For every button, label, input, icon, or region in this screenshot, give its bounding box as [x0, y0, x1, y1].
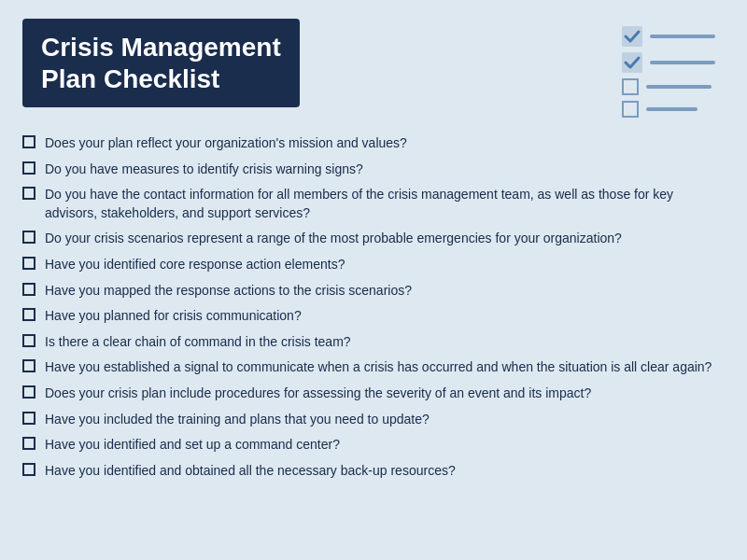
item-text-4: Do your crisis scenarios represent a ran… [45, 230, 725, 248]
item-text-2: Do you have measures to identify crisis … [45, 161, 725, 179]
checklist-item-2: Do you have measures to identify crisis … [22, 161, 725, 179]
title-box: Crisis Management Plan Checklist [22, 19, 300, 107]
checkbox-3[interactable] [22, 187, 35, 200]
item-text-5: Have you identified core response action… [45, 256, 725, 274]
icon-row-4 [622, 101, 715, 118]
icon-line-4 [646, 107, 698, 111]
item-text-6: Have you mapped the response actions to … [45, 282, 725, 301]
icon-row-1 [622, 26, 715, 47]
checkbox-2[interactable] [22, 161, 35, 175]
checklist-item-5: Have you identified core response action… [22, 256, 725, 274]
icon-line-1 [650, 35, 715, 38]
item-text-12: Have you identified and set up a command… [45, 436, 725, 455]
page-title: Crisis Management Plan Checklist [41, 32, 281, 94]
item-text-11: Have you included the training and plans… [45, 411, 725, 429]
checklist-item-13: Have you identified and obtained all the… [22, 462, 725, 481]
checklist-item-6: Have you mapped the response actions to … [22, 282, 725, 301]
item-text-9: Have you established a signal to communi… [45, 358, 725, 377]
checklist-item-11: Have you included the training and plans… [22, 411, 725, 429]
checkbox-7[interactable] [22, 308, 35, 321]
checklist: Does your plan reflect your organization… [22, 134, 725, 480]
checkbox-13[interactable] [22, 463, 35, 476]
checklist-decoration-icon [622, 19, 725, 118]
icon-row-3 [622, 78, 715, 95]
checklist-item-8: Is there a clear chain of command in the… [22, 333, 725, 352]
checklist-item-7: Have you planned for crisis communicatio… [22, 307, 725, 326]
checklist-item-9: Have you established a signal to communi… [22, 358, 725, 377]
item-text-10: Does your crisis plan include procedures… [45, 385, 725, 403]
item-text-3: Do you have the contact information for … [45, 186, 725, 222]
checkbox-12[interactable] [22, 437, 35, 450]
checklist-item-1: Does your plan reflect your organization… [22, 134, 725, 153]
checklist-item-10: Does your crisis plan include procedures… [22, 385, 725, 403]
item-text-1: Does your plan reflect your organization… [45, 134, 725, 153]
icon-row-2 [622, 52, 715, 73]
checklist-item-12: Have you identified and set up a command… [22, 436, 725, 455]
empty-checkbox-icon-2 [622, 101, 639, 118]
checkbox-1[interactable] [22, 135, 35, 148]
checkbox-5[interactable] [22, 257, 35, 270]
checklist-item-3: Do you have the contact information for … [22, 186, 725, 222]
item-text-13: Have you identified and obtained all the… [45, 462, 725, 481]
checkbox-6[interactable] [22, 283, 35, 296]
checkbox-8[interactable] [22, 334, 35, 347]
icon-line-3 [646, 85, 712, 89]
checkmark-icon-1 [622, 26, 642, 47]
header: Crisis Management Plan Checklist [22, 19, 725, 118]
checkbox-11[interactable] [22, 412, 35, 425]
checkbox-9[interactable] [22, 359, 35, 372]
item-text-8: Is there a clear chain of command in the… [45, 333, 725, 352]
page: Crisis Management Plan Checklist [0, 0, 747, 560]
checkmark-icon-2 [622, 52, 642, 73]
checkbox-10[interactable] [22, 385, 35, 399]
item-text-7: Have you planned for crisis communicatio… [45, 307, 725, 326]
checkbox-4[interactable] [22, 231, 35, 244]
checklist-item-4: Do your crisis scenarios represent a ran… [22, 230, 725, 248]
empty-checkbox-icon-1 [622, 78, 639, 95]
icon-line-2 [650, 61, 715, 64]
